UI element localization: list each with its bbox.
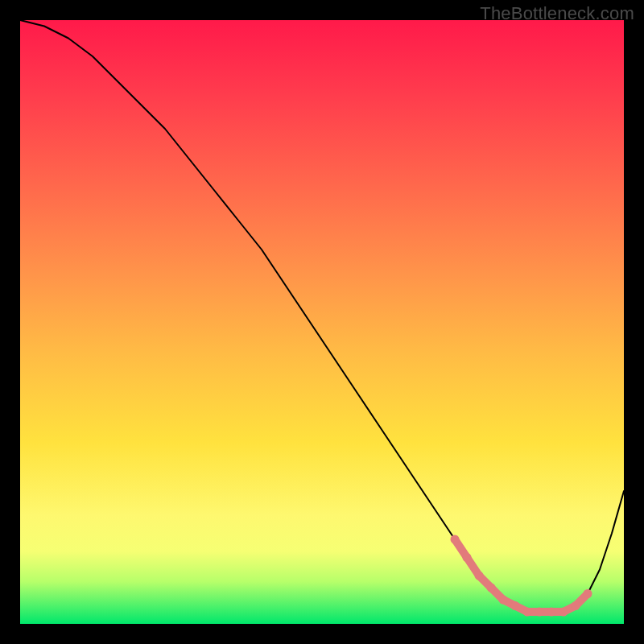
optimal-range-dot [475,572,484,580]
optimal-range-dot [463,553,472,562]
optimal-range-dot [572,601,580,610]
optimal-range-dot [535,608,544,617]
optimal-range-dot [499,596,508,605]
optimal-range-dot [584,589,592,598]
bottleneck-curve [20,20,624,612]
optimal-range-dot [559,608,568,617]
watermark-text: TheBottleneck.com [480,3,634,24]
optimal-range-dot [487,584,496,592]
optimal-range-dot [547,608,556,617]
optimal-range-dot [451,535,460,544]
chart-frame: TheBottleneck.com [0,0,644,644]
chart-svg [20,20,624,624]
optimal-range-dot [523,608,532,617]
optimal-range-dot [511,601,520,610]
